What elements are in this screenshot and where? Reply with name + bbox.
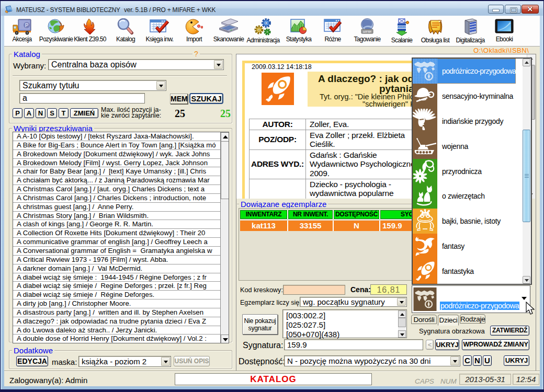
svg-text:HTTP: HTTP <box>363 30 371 33</box>
svg-text:P: P <box>25 22 29 28</box>
